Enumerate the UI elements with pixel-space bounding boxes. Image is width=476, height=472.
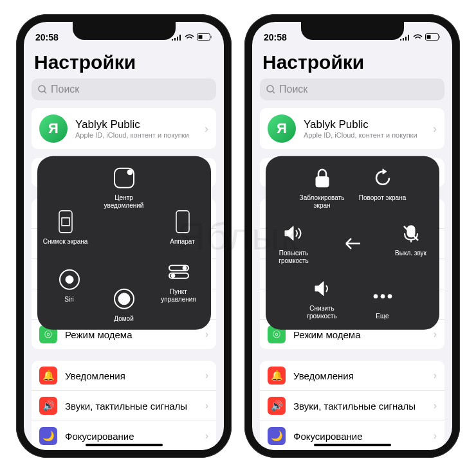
at-device[interactable]: Аппарат bbox=[157, 209, 208, 246]
mute-icon bbox=[398, 221, 424, 246]
chevron-right-icon: › bbox=[205, 400, 208, 412]
focus-icon: 🌙 bbox=[268, 427, 286, 445]
chevron-right-icon: › bbox=[434, 400, 437, 412]
svg-point-22 bbox=[374, 294, 378, 298]
svg-rect-8 bbox=[176, 211, 189, 233]
assistivetouch-panel-main: Центр уведомлений Снимок экрана Аппарат … bbox=[37, 156, 211, 330]
signal-icon bbox=[400, 34, 410, 41]
svg-rect-21 bbox=[316, 177, 329, 187]
at-mute[interactable]: Выкл. звук bbox=[385, 221, 437, 257]
search-icon bbox=[266, 85, 275, 94]
row-notifications[interactable]: 🔔Уведомления› bbox=[260, 361, 444, 391]
svg-rect-18 bbox=[426, 35, 431, 39]
at-back[interactable] bbox=[327, 231, 378, 257]
notification-center-icon bbox=[111, 165, 137, 191]
svg-rect-6 bbox=[59, 211, 72, 233]
notifications-icon: 🔔 bbox=[268, 367, 286, 385]
settings-group-2: 🔔Уведомления› 🔊Звуки, тактильные сигналы… bbox=[32, 361, 216, 450]
signal-icon bbox=[172, 34, 182, 41]
at-lock-screen[interactable]: Заблокировать экран bbox=[297, 165, 348, 209]
notch bbox=[301, 22, 404, 40]
svg-point-24 bbox=[388, 294, 392, 298]
svg-point-23 bbox=[381, 294, 385, 298]
at-screenshot[interactable]: Снимок экрана bbox=[40, 209, 91, 246]
page-title: Настройки bbox=[24, 48, 224, 78]
wifi-icon bbox=[185, 34, 194, 41]
sounds-icon: 🔊 bbox=[268, 397, 286, 415]
rotate-icon bbox=[370, 165, 396, 191]
chevron-right-icon: › bbox=[433, 122, 437, 136]
account-sub: Apple ID, iCloud, контент и покупки bbox=[304, 131, 417, 139]
account-sub: Apple ID, iCloud, контент и покупки bbox=[75, 131, 189, 139]
status-time: 20:58 bbox=[264, 32, 287, 42]
lock-icon bbox=[309, 165, 335, 191]
status-time: 20:58 bbox=[35, 32, 59, 42]
siri-icon bbox=[57, 266, 82, 292]
home-indicator[interactable] bbox=[86, 444, 163, 446]
chevron-right-icon: › bbox=[434, 370, 437, 381]
sounds-icon: 🔊 bbox=[39, 397, 57, 415]
svg-point-20 bbox=[267, 86, 273, 92]
at-volume-down[interactable]: Снизить громкость bbox=[297, 276, 348, 320]
battery-icon bbox=[425, 33, 441, 41]
chevron-right-icon: › bbox=[205, 430, 208, 442]
at-volume-up[interactable]: Повысить громкость bbox=[268, 221, 320, 264]
volume-down-icon bbox=[309, 276, 335, 302]
phone-frame-right: 20:58 Настройки Поиск Я Yablyk Public Ap… bbox=[244, 14, 460, 458]
avatar: Я bbox=[268, 114, 296, 143]
status-icons bbox=[172, 33, 212, 41]
row-sounds[interactable]: 🔊Звуки, тактильные сигналы› bbox=[260, 391, 444, 421]
arrow-left-icon bbox=[340, 231, 365, 257]
screen: 20:58 Настройки Поиск Я Yablyk Public Ap… bbox=[252, 22, 452, 450]
notch bbox=[73, 22, 176, 40]
volume-up-icon bbox=[281, 221, 307, 246]
apple-id-card[interactable]: Я Yablyk Public Apple ID, iCloud, контен… bbox=[260, 108, 444, 149]
svg-rect-7 bbox=[62, 218, 69, 226]
search-placeholder: Поиск bbox=[279, 84, 307, 95]
search-input[interactable]: Поиск bbox=[32, 78, 216, 100]
screen: 20:58 Настройки Поиск Я Yablyk Public Ap… bbox=[24, 22, 224, 450]
more-icon bbox=[370, 283, 396, 309]
svg-rect-2 bbox=[210, 35, 212, 39]
settings-group-2: 🔔Уведомления› 🔊Звуки, тактильные сигналы… bbox=[260, 361, 444, 450]
wifi-icon bbox=[413, 34, 423, 41]
at-control-center[interactable]: Пункт управления bbox=[153, 259, 205, 303]
apple-id-card[interactable]: Я Yablyk Public Apple ID, iCloud, контен… bbox=[32, 108, 216, 149]
chevron-right-icon: › bbox=[205, 329, 208, 340]
battery-icon bbox=[197, 33, 212, 41]
account-name: Yablyk Public bbox=[304, 118, 417, 131]
device-icon bbox=[170, 209, 196, 235]
page-title: Настройки bbox=[252, 48, 452, 78]
row-sounds[interactable]: 🔊Звуки, тактильные сигналы› bbox=[32, 391, 216, 421]
notifications-icon: 🔔 bbox=[39, 367, 57, 385]
svg-point-10 bbox=[66, 275, 73, 283]
svg-rect-19 bbox=[439, 35, 440, 39]
search-icon bbox=[38, 85, 47, 94]
focus-icon: 🌙 bbox=[39, 427, 57, 445]
account-name: Yablyk Public bbox=[75, 118, 189, 131]
assistivetouch-panel-device: Заблокировать экран Поворот экрана Повыс… bbox=[266, 156, 439, 330]
at-home[interactable]: Домой bbox=[98, 286, 150, 322]
svg-point-3 bbox=[39, 86, 45, 92]
chevron-right-icon: › bbox=[434, 430, 437, 442]
at-rotate-screen[interactable]: Поворот экрана bbox=[357, 165, 408, 202]
home-indicator[interactable] bbox=[314, 444, 391, 446]
home-icon bbox=[111, 286, 137, 311]
search-placeholder: Поиск bbox=[51, 84, 79, 95]
phone-frame-left: 20:58 Настройки Поиск Я Yablyk Public Ap… bbox=[16, 14, 232, 458]
status-icons bbox=[400, 33, 441, 41]
search-input[interactable]: Поиск bbox=[260, 78, 444, 100]
row-notifications[interactable]: 🔔Уведомления› bbox=[32, 361, 216, 391]
at-more[interactable]: Еще bbox=[357, 283, 408, 320]
chevron-right-icon: › bbox=[205, 370, 208, 381]
svg-point-16 bbox=[171, 274, 175, 278]
avatar: Я bbox=[39, 114, 68, 143]
svg-point-14 bbox=[183, 266, 187, 270]
at-siri[interactable]: Siri bbox=[44, 266, 95, 303]
svg-point-5 bbox=[127, 170, 133, 175]
screenshot-icon bbox=[53, 209, 78, 235]
at-notification-center[interactable]: Центр уведомлений bbox=[98, 165, 150, 209]
chevron-right-icon: › bbox=[434, 329, 437, 340]
control-center-icon bbox=[166, 259, 192, 285]
svg-rect-1 bbox=[198, 35, 203, 39]
